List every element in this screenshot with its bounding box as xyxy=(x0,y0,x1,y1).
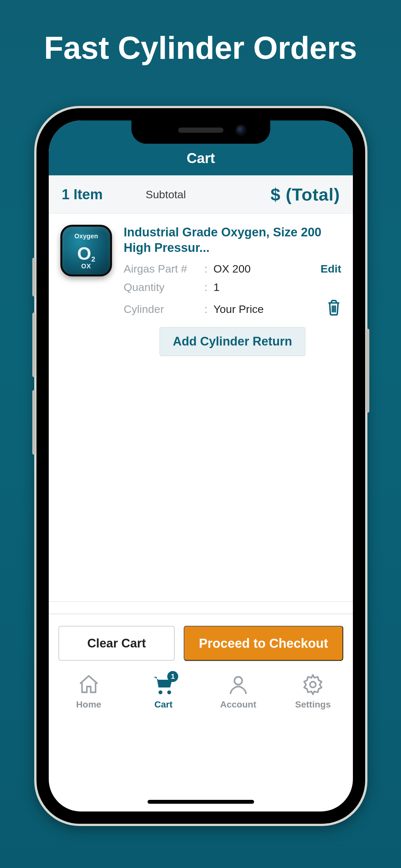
thumb-label-top: Oxygen xyxy=(62,232,110,240)
row-part-number: Airgas Part # : OX 200 Edit xyxy=(124,262,341,275)
svg-point-2 xyxy=(235,677,242,685)
phone-frame: Cart 1 Item Subtotal $ (Total) Oxygen O2… xyxy=(34,106,367,826)
delete-button[interactable] xyxy=(327,299,341,319)
footer-buttons: Clear Cart Proceed to Checkout xyxy=(49,614,353,661)
svg-point-1 xyxy=(167,690,171,694)
trash-icon xyxy=(327,299,341,316)
thumb-label-bottom: OX xyxy=(62,262,110,270)
side-button xyxy=(32,258,35,297)
promo-title: Fast Cylinder Orders xyxy=(0,0,401,66)
subtotal-row: 1 Item Subtotal $ (Total) xyxy=(49,175,353,214)
home-indicator[interactable] xyxy=(148,800,254,804)
side-button xyxy=(32,390,35,455)
total-amount: $ (Total) xyxy=(271,184,340,205)
value: 1 xyxy=(213,281,220,293)
tab-label: Cart xyxy=(154,700,173,710)
label: Airgas Part # xyxy=(124,262,204,275)
account-icon xyxy=(227,673,250,696)
tab-label: Home xyxy=(76,700,101,710)
subtotal-label: Subtotal xyxy=(146,188,186,201)
camera-icon xyxy=(236,126,245,135)
label: Quantity xyxy=(124,281,204,293)
tab-label: Settings xyxy=(295,700,331,710)
label: Cylinder xyxy=(124,303,204,315)
row-quantity: Quantity : 1 xyxy=(124,281,341,293)
screen: Cart 1 Item Subtotal $ (Total) Oxygen O2… xyxy=(49,120,353,811)
tab-bar: Home 1 Cart xyxy=(49,669,353,710)
proceed-checkout-button[interactable]: Proceed to Checkout xyxy=(184,626,343,661)
value: OX 200 xyxy=(213,262,251,275)
side-button xyxy=(32,313,35,377)
thumb-symbol: O2 xyxy=(62,243,110,264)
tab-account[interactable]: Account xyxy=(201,673,276,710)
product-thumbnail[interactable]: Oxygen O2 OX xyxy=(60,225,112,276)
tab-settings[interactable]: Settings xyxy=(276,673,351,710)
product-title[interactable]: Industrial Grade Oxygen, Size 200 High P… xyxy=(124,225,341,255)
side-button xyxy=(366,329,369,413)
edit-button[interactable]: Edit xyxy=(320,262,341,275)
cart-item: Oxygen O2 OX Industrial Grade Oxygen, Si… xyxy=(49,214,353,356)
settings-icon xyxy=(301,673,325,696)
cart-icon: 1 xyxy=(152,673,175,696)
add-cylinder-return-button[interactable]: Add Cylinder Return xyxy=(159,327,305,356)
notch xyxy=(131,120,270,144)
clear-cart-button[interactable]: Clear Cart xyxy=(58,626,175,661)
value: Your Price xyxy=(213,303,264,315)
svg-point-0 xyxy=(158,690,162,694)
cart-badge: 1 xyxy=(167,671,178,682)
tab-home[interactable]: Home xyxy=(51,673,126,710)
home-icon xyxy=(77,673,100,696)
divider xyxy=(49,601,353,602)
row-cylinder: Cylinder : Your Price xyxy=(124,299,341,319)
svg-point-3 xyxy=(310,682,316,687)
speaker-icon xyxy=(178,128,223,133)
tab-label: Account xyxy=(220,700,256,710)
item-count: 1 Item xyxy=(62,186,146,203)
app-bar-title: Cart xyxy=(187,150,215,166)
tab-cart[interactable]: 1 Cart xyxy=(126,673,201,710)
